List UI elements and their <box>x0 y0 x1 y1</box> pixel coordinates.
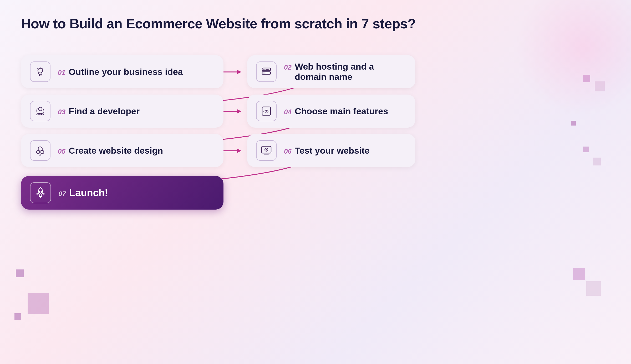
step-04-number: 04 <box>284 108 292 116</box>
step-03-label: Find a developer <box>69 106 140 116</box>
step-04-text: 04 Choose main features <box>284 106 388 116</box>
person-icon <box>34 105 46 117</box>
svg-marker-29 <box>237 149 241 153</box>
svg-point-24 <box>37 150 40 154</box>
svg-point-13 <box>263 69 264 70</box>
step-03-number: 03 <box>58 108 65 116</box>
rocket-icon <box>34 186 47 199</box>
arrow-05-06 <box>223 145 245 156</box>
step-02-text: 02 Web hosting and a domain name <box>284 61 402 82</box>
step-06-number: 06 <box>284 147 292 155</box>
svg-point-25 <box>41 150 44 154</box>
svg-point-14 <box>263 72 264 74</box>
step-05-number: 05 <box>58 147 65 155</box>
step-07-text: 07 Launch! <box>58 187 108 199</box>
arrow-03-04 <box>223 106 245 117</box>
page-title: How to Build an Ecommerce Website from s… <box>21 16 610 32</box>
step-05-icon <box>30 140 50 161</box>
svg-point-3 <box>38 68 43 73</box>
step-07-number: 07 <box>58 190 66 198</box>
svg-marker-20 <box>237 109 241 113</box>
svg-line-7 <box>38 69 38 69</box>
step-01-number: 01 <box>58 69 65 77</box>
step-04-card: </> 04 Choose main features <box>247 95 415 128</box>
svg-text:</>: </> <box>263 109 269 114</box>
step-06-label: Test your website <box>295 145 370 156</box>
step-04-icon: </> <box>256 101 277 121</box>
step-07-icon <box>30 182 51 203</box>
code-icon: </> <box>261 105 272 117</box>
lightbulb-icon <box>34 66 46 77</box>
step-01-label: Outline your business idea <box>69 67 183 77</box>
step-03-text: 03 Find a developer <box>58 106 140 116</box>
step-02-card: 02 Web hosting and a domain name <box>247 55 415 88</box>
test-icon <box>261 145 272 156</box>
step-06-text: 06 Test your website <box>284 145 370 156</box>
step-05-label: Create website design <box>69 145 163 156</box>
arrow-01-02 <box>223 67 245 77</box>
svg-line-8 <box>43 69 43 69</box>
step-01-card: 01 Outline your business idea <box>21 55 223 88</box>
svg-point-32 <box>266 149 267 150</box>
design-icon <box>34 145 46 156</box>
step-07-card: 07 Launch! <box>21 176 223 210</box>
step-01-text: 01 Outline your business idea <box>58 67 183 77</box>
step-05-card: 05 Create website design <box>21 134 223 167</box>
server-icon <box>261 66 272 77</box>
step-02-number: 02 <box>284 63 292 71</box>
svg-marker-10 <box>237 70 241 74</box>
step-05-text: 05 Create website design <box>58 145 163 156</box>
step-03-card: 03 Find a developer <box>21 95 223 128</box>
step-01-icon <box>30 61 50 82</box>
step-03-icon <box>30 101 50 121</box>
step-02-label: Web hosting and a domain name <box>295 61 402 82</box>
step-04-label: Choose main features <box>295 106 388 116</box>
step-02-icon <box>256 61 277 82</box>
svg-point-34 <box>39 191 42 193</box>
step-07-label: Launch! <box>69 187 108 199</box>
step-06-card: 06 Test your website <box>247 134 415 167</box>
step-06-icon <box>256 140 277 161</box>
